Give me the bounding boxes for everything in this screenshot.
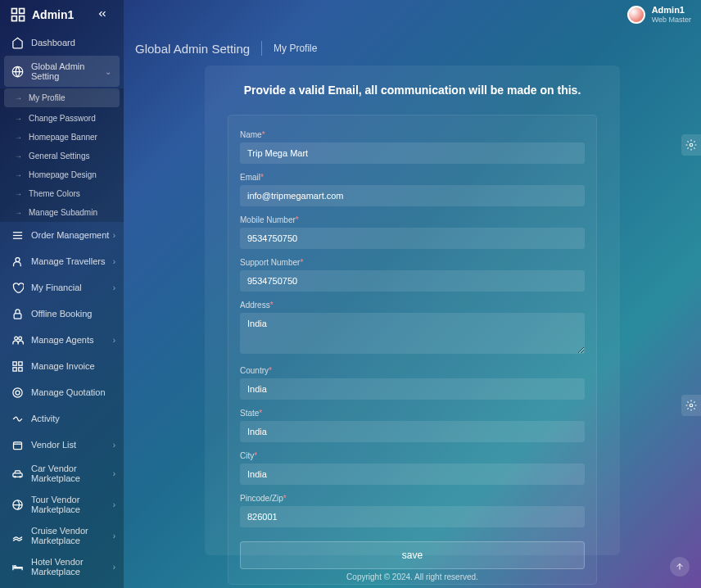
nav-order-management[interactable]: Order Management› <box>0 222 124 248</box>
chevron-right-icon: › <box>113 469 115 478</box>
home-icon <box>10 35 25 50</box>
scroll-top-button[interactable] <box>670 557 690 577</box>
nav-offline-booking[interactable]: Offline Booking <box>0 301 124 327</box>
nav-tour-vendor[interactable]: Tour Vendor Marketplace› <box>0 489 124 520</box>
label-name: Name* <box>240 130 585 139</box>
nav-global-admin-setting[interactable]: Global Admin Setting ⌄ <box>4 56 120 87</box>
settings-float-1[interactable] <box>681 134 701 156</box>
avatar <box>627 6 645 24</box>
sub-homepage-design[interactable]: Homepage Design <box>0 165 124 184</box>
svg-rect-14 <box>12 367 16 370</box>
header: Admin1 Web Master <box>124 0 701 29</box>
nav-label: Manage Travellers <box>31 256 106 266</box>
label-state: State* <box>240 409 585 418</box>
svg-point-16 <box>12 387 21 396</box>
ship-icon <box>10 528 25 543</box>
sub-my-profile[interactable]: My Profile <box>4 88 120 107</box>
header-user-name: Admin1 <box>652 5 691 16</box>
globe-icon <box>10 64 25 79</box>
nav-label: My Financial <box>31 283 82 292</box>
user-icon <box>10 254 25 269</box>
nav-car-vendor[interactable]: Car Vendor Marketplace› <box>0 458 124 489</box>
svg-point-21 <box>20 476 20 477</box>
sub-theme-colors[interactable]: Theme Colors <box>0 184 124 203</box>
svg-point-25 <box>690 404 693 407</box>
sub-menu-global-admin: My Profile Change Password Homepage Bann… <box>0 88 124 222</box>
svg-rect-1 <box>20 9 25 14</box>
chevron-right-icon: › <box>113 500 115 509</box>
nav-label: Manage Invoice <box>31 361 95 371</box>
name-input[interactable] <box>240 142 585 164</box>
nav-label: Global Admin Setting <box>31 61 114 81</box>
users-icon <box>10 332 25 347</box>
sub-change-password[interactable]: Change Password <box>0 109 124 128</box>
mobile-input[interactable] <box>240 228 585 249</box>
svg-point-11 <box>18 337 21 340</box>
svg-rect-12 <box>12 361 16 364</box>
user-block[interactable]: Admin1 Web Master <box>627 5 691 25</box>
nav-my-financial[interactable]: My Financial› <box>0 274 124 301</box>
chevron-down-icon: ⌄ <box>105 67 111 76</box>
app-name: Admin1 <box>32 8 74 21</box>
panel-title: Provide a valid Email, all communication… <box>228 84 597 97</box>
svg-point-8 <box>16 257 20 261</box>
chevron-right-icon: › <box>113 283 115 292</box>
email-input[interactable] <box>240 185 585 206</box>
settings-float-2[interactable] <box>681 395 701 416</box>
footer: Copyright © 2024. All right reserved. <box>124 565 701 588</box>
chevron-right-icon: › <box>113 257 115 266</box>
state-input[interactable] <box>240 421 585 442</box>
nav-cruise-vendor[interactable]: Cruise Vendor Marketplace› <box>0 520 124 551</box>
svg-point-24 <box>690 143 693 147</box>
chevron-right-icon: › <box>113 231 115 240</box>
label-pincode: Pincode/Zip* <box>240 494 585 503</box>
nav-manage-invoice[interactable]: Manage Invoice <box>0 353 124 379</box>
address-input[interactable]: India <box>240 313 585 354</box>
lock-icon <box>10 306 25 321</box>
main-panel: Provide a valid Email, all communication… <box>205 66 620 555</box>
nav-label: Manage Agents <box>31 335 93 345</box>
nav-hotel-vendor[interactable]: Hotel Vendor Marketplace› <box>0 551 124 582</box>
breadcrumb-section: Global Admin Setting <box>135 42 250 56</box>
chevron-right-icon: › <box>113 441 115 450</box>
bed-icon <box>10 559 25 574</box>
target-icon <box>10 385 25 400</box>
logo-icon <box>10 7 26 23</box>
globe-icon <box>10 497 25 512</box>
grid-icon <box>10 359 25 373</box>
nav-label: Car Vendor Marketplace <box>31 464 114 483</box>
country-input[interactable] <box>240 378 585 400</box>
nav-vendor-list[interactable]: Vendor List› <box>0 432 124 458</box>
breadcrumb-page: My Profile <box>274 43 317 54</box>
nav-label: Cruise Vendor Marketplace <box>31 526 114 545</box>
svg-rect-15 <box>18 367 21 370</box>
profile-form: Name* Email* Mobile Number* Support Numb… <box>228 115 597 585</box>
arrow-up-icon <box>675 562 685 572</box>
nav-manage-agents[interactable]: Manage Agents› <box>0 327 124 353</box>
nav-label: Vendor List <box>31 440 76 450</box>
sub-manage-subadmin[interactable]: Manage Subadmin <box>0 203 124 222</box>
sub-general-settings[interactable]: General Settings <box>0 147 124 165</box>
city-input[interactable] <box>240 464 585 485</box>
nav-label: Manage Quotation <box>31 387 106 397</box>
svg-rect-3 <box>20 16 25 21</box>
label-support: Support Number* <box>240 258 585 267</box>
nav-manage-quotation[interactable]: Manage Quotation <box>0 379 124 405</box>
gear-icon <box>685 139 697 151</box>
breadcrumb-separator <box>261 41 262 56</box>
svg-point-17 <box>16 391 20 395</box>
list-icon <box>10 228 25 242</box>
nav-activity[interactable]: Activity <box>0 405 124 432</box>
support-input[interactable] <box>240 270 585 292</box>
nav-label: Offline Booking <box>31 309 92 319</box>
wave-icon <box>10 411 25 426</box>
label-email: Email* <box>240 173 585 182</box>
pincode-input[interactable] <box>240 506 585 527</box>
nav-dashboard[interactable]: Dashboard <box>0 29 124 56</box>
nav-label: Dashboard <box>31 38 75 47</box>
nav-label: Order Management <box>31 230 109 240</box>
collapse-sidebar-icon[interactable] <box>97 8 114 22</box>
header-user-role: Web Master <box>652 16 691 25</box>
nav-manage-travellers[interactable]: Manage Travellers› <box>0 248 124 274</box>
sub-homepage-banner[interactable]: Homepage Banner <box>0 128 124 147</box>
